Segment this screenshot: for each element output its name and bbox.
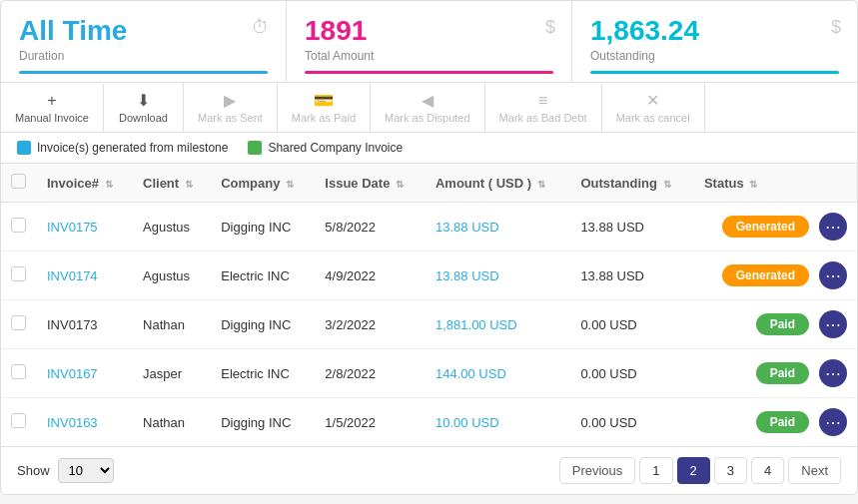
sort-invoice-icon: ⇅	[105, 179, 113, 190]
row-checkbox-cell-2	[1, 300, 37, 349]
all-time-value: All Time	[19, 15, 268, 47]
page-1-button[interactable]: 1	[639, 457, 672, 484]
row-status-cell-4: Paid ⋯	[694, 398, 857, 447]
col-status[interactable]: Status ⇅	[694, 164, 857, 203]
amount-value-1: 13.88 USD	[435, 268, 499, 283]
mark-paid-button[interactable]: 💳 Mark as Paid	[278, 83, 371, 132]
row-client-2: Nathan	[133, 300, 211, 349]
download-label: Download	[119, 112, 168, 124]
select-all-checkbox[interactable]	[11, 174, 26, 189]
col-invoice[interactable]: Invoice# ⇅	[37, 164, 133, 203]
pagination: Previous 1 2 3 4 Next	[559, 457, 841, 484]
legend: Invoice(s) generated from milestone Shar…	[1, 133, 857, 164]
row-amount-4: 10.00 USD	[426, 398, 570, 447]
stat-all-time: ⏱ All Time Duration	[1, 1, 287, 82]
table-footer: Show 10 5 25 50 100 Previous 1 2 3 4 Nex…	[1, 446, 857, 494]
page-4-button[interactable]: 4	[751, 457, 784, 484]
row-client-0: Agustus	[133, 203, 211, 252]
mark-paid-label: Mark as Paid	[292, 112, 356, 124]
more-button-4[interactable]: ⋯	[819, 408, 847, 436]
row-status-cell-0: Generated ⋯	[694, 203, 857, 252]
mark-sent-button[interactable]: ▶ Mark as Sent	[184, 83, 278, 132]
row-checkbox-1[interactable]	[11, 266, 26, 281]
row-checkbox-cell-0	[1, 203, 37, 252]
total-amount-label: Total Amount	[305, 49, 553, 63]
download-button[interactable]: ⬇ Download	[104, 83, 184, 132]
mark-disputed-button[interactable]: ◀ Mark as Disputed	[371, 83, 485, 132]
show-select[interactable]: 10 5 25 50 100	[58, 458, 114, 483]
row-company-2: Digging INC	[211, 300, 315, 349]
status-badge-2: Paid	[756, 313, 809, 335]
row-invoice-2: INV0173	[37, 300, 133, 349]
row-outstanding-0: 13.88 USD	[570, 203, 694, 252]
row-checkbox-3[interactable]	[11, 364, 26, 379]
invoice-link-1[interactable]: INV0174	[47, 268, 98, 283]
all-time-label: Duration	[19, 49, 268, 63]
amount-value-4: 10.00 USD	[435, 415, 499, 430]
col-issue-date[interactable]: Issue Date ⇅	[315, 164, 426, 203]
toolbar: + Manual Invoice ⬇ Download ▶ Mark as Se…	[1, 83, 857, 133]
previous-button[interactable]: Previous	[559, 457, 636, 484]
next-button[interactable]: Next	[788, 457, 841, 484]
sort-client-icon: ⇅	[185, 179, 193, 190]
row-checkbox-0[interactable]	[11, 218, 26, 233]
mark-bad-debt-button[interactable]: ≡ Mark as Bad Debt	[485, 84, 602, 132]
invoices-table: Invoice# ⇅ Client ⇅ Company ⇅ Issue Date…	[1, 164, 857, 446]
col-amount[interactable]: Amount ( USD ) ⇅	[426, 164, 570, 203]
row-outstanding-4: 0.00 USD	[570, 398, 694, 447]
row-company-0: Digging INC	[211, 203, 315, 252]
page-3-button[interactable]: 3	[714, 457, 747, 484]
row-checkbox-cell-4	[1, 398, 37, 447]
legend-shared-dot	[248, 141, 262, 155]
mark-bad-debt-icon: ≡	[538, 92, 547, 110]
manual-invoice-label: Manual Invoice	[15, 112, 89, 124]
row-client-1: Agustus	[133, 252, 211, 300]
row-company-3: Electric INC	[211, 349, 315, 398]
sort-date-icon: ⇅	[396, 179, 404, 190]
sort-outstanding-icon: ⇅	[663, 179, 671, 190]
action-cell-1: Generated ⋯	[704, 261, 847, 289]
mark-paid-icon: 💳	[314, 91, 334, 110]
row-invoice-1: INV0174	[37, 252, 133, 300]
col-client[interactable]: Client ⇅	[133, 164, 211, 203]
table-row: INV0167 Jasper Electric INC 2/8/2022 144…	[1, 349, 857, 398]
select-all-header	[1, 164, 37, 203]
action-cell-3: Paid ⋯	[704, 359, 847, 387]
sort-status-icon: ⇅	[749, 179, 757, 190]
amount-value-3: 144.00 USD	[435, 366, 506, 381]
col-company[interactable]: Company ⇅	[211, 164, 315, 203]
manual-invoice-button[interactable]: + Manual Invoice	[1, 84, 104, 132]
status-badge-1: Generated	[722, 264, 809, 286]
mark-cancel-button[interactable]: ✕ Mark as cancel	[602, 83, 705, 132]
more-button-0[interactable]: ⋯	[819, 213, 847, 241]
row-amount-3: 144.00 USD	[426, 349, 570, 398]
more-button-3[interactable]: ⋯	[819, 359, 847, 387]
page-2-button[interactable]: 2	[677, 457, 710, 484]
more-button-1[interactable]: ⋯	[819, 261, 847, 289]
row-amount-0: 13.88 USD	[426, 203, 570, 252]
invoice-link-0[interactable]: INV0175	[47, 220, 98, 235]
invoice-link-3[interactable]: INV0167	[47, 366, 98, 381]
status-badge-3: Paid	[756, 362, 809, 384]
action-cell-4: Paid ⋯	[704, 408, 847, 436]
outstanding-label: Outstanding	[590, 49, 839, 63]
row-invoice-0: INV0175	[37, 203, 133, 252]
status-badge-4: Paid	[756, 411, 809, 433]
mark-sent-icon: ▶	[224, 91, 236, 110]
legend-milestone-dot	[17, 141, 31, 155]
stat-outstanding: $ 1,863.24 Outstanding	[572, 1, 857, 82]
row-date-3: 2/8/2022	[315, 349, 426, 398]
mark-bad-debt-label: Mark as Bad Debt	[499, 112, 587, 124]
row-outstanding-2: 0.00 USD	[570, 300, 694, 349]
more-button-2[interactable]: ⋯	[819, 310, 847, 338]
stat-total-amount: $ 1891 Total Amount	[287, 1, 572, 82]
row-checkbox-2[interactable]	[11, 315, 26, 330]
row-checkbox-4[interactable]	[11, 413, 26, 428]
legend-milestone: Invoice(s) generated from milestone	[17, 141, 228, 155]
col-outstanding[interactable]: Outstanding ⇅	[570, 164, 694, 203]
table-row: INV0175 Agustus Digging INC 5/8/2022 13.…	[1, 203, 857, 252]
row-date-2: 3/2/2022	[315, 300, 426, 349]
legend-shared-label: Shared Company Invoice	[268, 141, 403, 155]
dollar-icon-1: $	[545, 17, 555, 38]
invoice-link-4[interactable]: INV0163	[47, 415, 98, 430]
